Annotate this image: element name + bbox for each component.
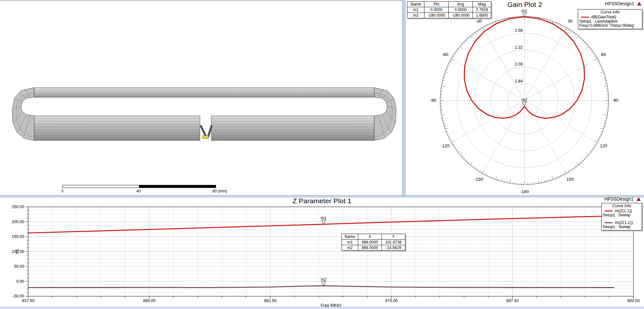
svg-text:862.50: 862.50	[264, 299, 277, 303]
svg-text:m1: m1	[521, 9, 527, 13]
svg-text:850.00: 850.00	[143, 299, 155, 303]
z-parameter-plot[interactable]: 837.50850.00862.50875.00887.50900.00250.…	[0, 198, 644, 307]
svg-text:837.50: 837.50	[22, 299, 34, 303]
table-cell: Name	[342, 234, 358, 240]
z-plot-grid	[28, 207, 634, 296]
scale-tick-0: 0	[61, 189, 64, 193]
z-re-label: re(Z(1,1))	[615, 209, 632, 213]
antenna-model[interactable]	[0, 1, 402, 195]
table-cell: X	[358, 234, 382, 240]
dipole-bottom-arm-right[interactable]	[211, 116, 374, 140]
gain-design-label: HFSSDesign1	[605, 1, 634, 6]
table-row: m10.00000.00002.7929	[407, 7, 491, 13]
table-row: NameXY	[342, 234, 405, 240]
svg-text:m1: m1	[321, 216, 326, 220]
scale-bar-white-segment	[62, 185, 139, 188]
z-x-tick-labels: 837.50850.00862.50875.00887.50900.00	[22, 299, 640, 303]
svg-text:m2: m2	[521, 98, 527, 102]
polar-ring-labels: 1.842.082.322.56	[515, 28, 523, 83]
gain-legend-header: Curve Info	[579, 10, 641, 15]
gain-legend[interactable]: Curve Info dB(GainTotal) Setup1 : LastAd…	[578, 9, 642, 29]
z-im-label: im(Z(1,1))	[615, 220, 633, 225]
gain-series-label: dB(GainTotal)	[591, 15, 616, 19]
gain-series-dash	[581, 17, 589, 18]
gain-marker-table[interactable]: NamePhiAngMagm10.00000.00002.7929m2-180.…	[407, 1, 491, 18]
table-cell: m1	[342, 240, 358, 245]
marker-m2[interactable]: m2	[521, 98, 527, 106]
svg-text:-120: -120	[441, 143, 450, 148]
z-re-sub: Setup1 : Sweep	[603, 213, 641, 217]
svg-text:30: 30	[568, 19, 573, 24]
table-cell: 2.7929	[473, 7, 491, 13]
z-plot-pane[interactable]: 837.50850.00862.50875.00887.50900.00250.…	[0, 198, 644, 307]
z-legend[interactable]: Curve Info re(Z(1,1)) Setup1 : Sweep im(…	[601, 203, 642, 230]
table-row: m1868.0000191.8738	[342, 240, 405, 245]
window-bottom-edge	[0, 307, 644, 309]
marker-m1[interactable]: m1	[521, 9, 527, 17]
table-cell: Ang	[449, 2, 473, 7]
table-cell: 0.0000	[424, 7, 449, 13]
z-design-tag: HFSSDesign1	[604, 196, 641, 202]
table-cell: Y	[382, 234, 405, 240]
dipole-bottom-arm-left[interactable]	[34, 116, 200, 140]
z-legend-entry-im: im(Z(1,1)) Setup1 : Sweep	[603, 220, 641, 229]
svg-text:0.00: 0.00	[16, 279, 24, 284]
marker-m1[interactable]: m1	[321, 216, 326, 224]
gain-polar-plot[interactable]: 306090120150-30-60-90-120-150-1801.842.0…	[405, 0, 644, 195]
svg-text:200.00: 200.00	[12, 220, 24, 224]
table-row: m2-180.0000-180.00001.6800	[407, 13, 491, 18]
z-im-dash	[605, 222, 613, 223]
svg-text:m2: m2	[321, 277, 326, 282]
scale-tick-40: 40	[136, 189, 141, 193]
z-legend-entry-re: re(Z(1,1)) Setup1 : Sweep	[603, 209, 641, 217]
feed-wire-left[interactable]	[201, 125, 206, 137]
feed-wire-right[interactable]	[208, 125, 212, 137]
z-re-dash	[605, 210, 613, 211]
svg-text:900.00: 900.00	[627, 299, 640, 303]
vertical-splitter[interactable]	[402, 0, 405, 198]
table-cell: m1	[407, 7, 424, 13]
table-cell: Phi	[424, 2, 449, 7]
right-bend[interactable]	[374, 88, 396, 140]
svg-text:60: 60	[601, 52, 606, 57]
table-cell: 191.8738	[382, 240, 405, 245]
svg-text:250.00: 250.00	[12, 205, 24, 209]
svg-text:150: 150	[566, 177, 574, 182]
gain-design-tag: HFSSDesign1	[605, 1, 641, 6]
z-xaxis-label: Freq [MHz]	[321, 303, 341, 307]
horizontal-splitter[interactable]	[0, 195, 644, 198]
table-cell: -180.0000	[424, 13, 449, 18]
svg-text:887.50: 887.50	[506, 299, 518, 303]
z-yaxis-label: Y1	[15, 249, 20, 254]
svg-text:875.00: 875.00	[385, 299, 398, 303]
gain-plot-pane[interactable]: 306090120150-30-60-90-120-150-1801.842.0…	[405, 0, 644, 195]
svg-text:2.32: 2.32	[515, 45, 523, 50]
scale-bar-black-segment	[139, 185, 216, 188]
table-cell: Mag	[473, 2, 491, 7]
table-cell: 0.0000	[449, 7, 473, 13]
scale-tick-80: 80 (mm)	[212, 189, 227, 193]
table-row: m2868.0000-14.9429	[342, 245, 405, 251]
curve-im-Z-1-1-[interactable]	[28, 286, 614, 287]
modeler-pane[interactable]: 0 40 80 (mm)	[0, 1, 402, 195]
table-cell: -180.0000	[449, 13, 473, 18]
table-cell: m2	[407, 13, 424, 18]
dipole-top-arm[interactable]	[34, 88, 374, 97]
z-marker-table[interactable]: NameXYm1868.0000191.8738m2868.0000-14.94…	[342, 234, 405, 251]
svg-text:-60: -60	[442, 52, 449, 57]
table-cell: 1.6800	[473, 13, 491, 18]
scale-bar: 0 40 80 (mm)	[62, 185, 216, 193]
gain-legend-sub2: Freq='0.868GHz' Theta='90deg'	[579, 24, 641, 28]
marker-m2[interactable]: m2	[321, 277, 326, 285]
design-triangle-icon	[637, 2, 641, 6]
feed-port[interactable]	[203, 136, 208, 138]
svg-text:-90: -90	[430, 98, 436, 103]
table-cell: 868.0000	[358, 240, 382, 245]
z-design-label: HFSSDesign1	[604, 196, 634, 202]
svg-text:1.84: 1.84	[515, 79, 523, 83]
table-cell: m2	[342, 245, 358, 251]
design-triangle-icon	[636, 197, 641, 201]
left-bend[interactable]	[12, 88, 34, 140]
svg-text:-180: -180	[520, 189, 529, 194]
svg-text:-30: -30	[476, 19, 482, 24]
